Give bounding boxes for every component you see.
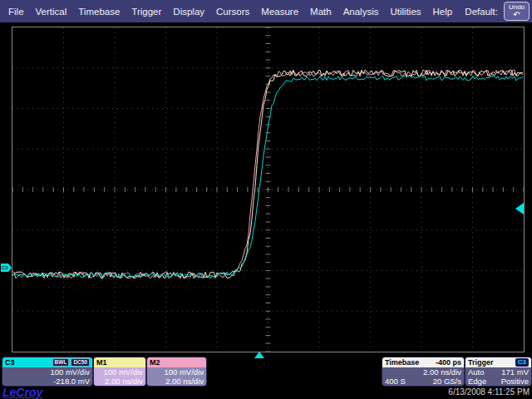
channel-box-m2-body: 100 mV/div 2.00 ns/div xyxy=(147,367,206,386)
time-per-div: 2.00 ns/div xyxy=(96,377,143,386)
channel-label: C3 xyxy=(5,358,15,367)
menu-item-utilities[interactable]: Utilities xyxy=(390,7,421,17)
trigger-slope: Positive xyxy=(501,377,529,386)
menu-item-display[interactable]: Display xyxy=(173,7,204,17)
timebase-box-header: Timebase -400 ps xyxy=(382,357,464,367)
channel-label: M2 xyxy=(150,358,160,367)
timebase-title: Timebase xyxy=(385,358,419,367)
menu-items: FileVerticalTimebaseTriggerDisplayCursor… xyxy=(0,7,452,17)
trigger-box-body: Auto 171 mV Edge Positive xyxy=(466,367,531,386)
volts-per-div: 100 mV/div xyxy=(5,367,90,377)
menu-bar: FileVerticalTimebaseTriggerDisplayCursor… xyxy=(0,0,532,22)
trigger-box[interactable]: Trigger C3 Auto 171 mV Edge Positive xyxy=(465,357,532,387)
trigger-level-marker[interactable] xyxy=(515,203,524,214)
channel-box-m2[interactable]: M2 100 mV/div 2.00 ns/div xyxy=(146,357,207,387)
sample-count: 400 S xyxy=(385,377,406,386)
menu-item-trigger[interactable]: Trigger xyxy=(131,7,161,17)
offset-value: -218.0 mV xyxy=(5,377,90,386)
channel-box-c3[interactable]: C3 BWL DC50 100 mV/div -218.0 mV xyxy=(2,357,93,387)
default-label: Default: xyxy=(465,7,498,17)
channel-badges: BWL DC50 xyxy=(51,358,90,367)
menu-item-measure[interactable]: Measure xyxy=(261,7,298,17)
menu-item-cursors[interactable]: Cursors xyxy=(216,7,249,17)
channel-box-m1[interactable]: M1 100 mV/div 2.00 ns/div xyxy=(93,357,146,387)
timebase-offset: -400 ps xyxy=(436,358,461,367)
timebase-box-body: 2.00 ns/div 400 S 20 GS/s xyxy=(382,367,464,386)
bandwidth-limit-badge: BWL xyxy=(52,358,70,367)
menu-item-vertical[interactable]: Vertical xyxy=(36,7,67,17)
trace-level-marker[interactable]: C3 xyxy=(1,264,12,272)
channel-box-m1-body: 100 mV/div 2.00 ns/div xyxy=(94,367,145,386)
volts-per-div: 100 mV/div xyxy=(150,367,204,377)
channel-box-m1-header: M1 xyxy=(94,357,145,367)
coupling-badge: DC50 xyxy=(71,358,90,367)
trigger-box-header: Trigger C3 xyxy=(466,357,531,367)
sample-rate: 20 GS/s xyxy=(433,377,461,386)
menu-item-file[interactable]: File xyxy=(8,7,24,17)
channel-box-c3-body: 100 mV/div -218.0 mV xyxy=(2,367,92,386)
volts-per-div: 100 mV/div xyxy=(96,367,143,377)
lecroy-logo: LeCroy xyxy=(2,386,42,399)
time-per-div: 2.00 ns/div xyxy=(385,367,461,377)
waveform-canvas xyxy=(12,27,524,352)
channel-box-m2-header: M2 xyxy=(147,357,206,367)
trigger-type: Edge xyxy=(468,377,486,386)
trigger-level: 171 mV xyxy=(501,367,529,377)
menu-item-help[interactable]: Help xyxy=(433,7,453,17)
oscilloscope-screen: FileVerticalTimebaseTriggerDisplayCursor… xyxy=(0,0,532,399)
datetime-display: 6/13/2008 4:11:25 PM xyxy=(448,387,530,397)
trigger-source-badge: C3 xyxy=(515,358,529,367)
undo-arrow-icon: ↶ xyxy=(513,11,520,19)
channel-label: M1 xyxy=(96,358,107,367)
menu-item-math[interactable]: Math xyxy=(310,7,332,17)
timebase-box[interactable]: Timebase -400 ps 2.00 ns/div 400 S 20 GS… xyxy=(382,357,465,387)
waveform-display[interactable] xyxy=(12,27,525,352)
trigger-mode: Auto xyxy=(468,367,485,377)
trigger-position-marker[interactable] xyxy=(254,352,264,358)
menu-item-analysis[interactable]: Analysis xyxy=(343,7,379,17)
trigger-title: Trigger xyxy=(468,358,494,367)
channel-box-c3-header: C3 BWL DC50 xyxy=(2,357,92,367)
menubar-right: Default: Undo ↶ xyxy=(465,2,532,21)
time-per-div: 2.00 ns/div xyxy=(150,377,204,386)
menu-item-timebase[interactable]: Timebase xyxy=(78,7,120,17)
undo-button[interactable]: Undo ↶ xyxy=(504,2,530,21)
